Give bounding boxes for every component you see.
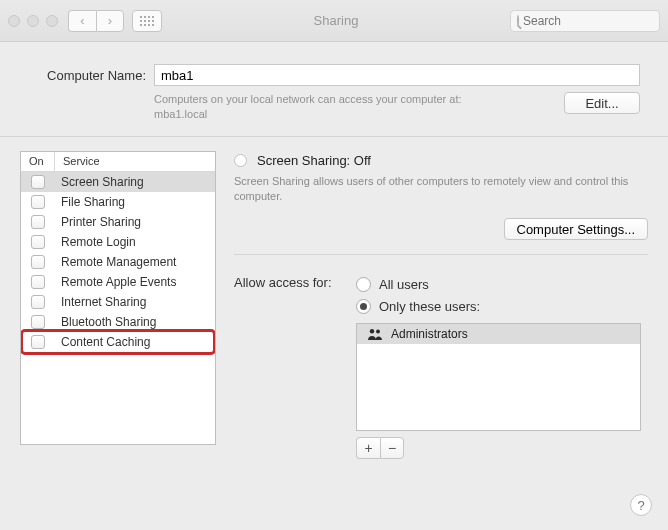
radio-icon [356,277,371,292]
service-label: Bluetooth Sharing [55,315,215,329]
search-field[interactable] [510,10,660,32]
service-label: Internet Sharing [55,295,215,309]
access-only-label: Only these users: [379,299,480,314]
access-only-users[interactable]: Only these users: [356,295,648,317]
add-user-button[interactable]: + [356,437,380,459]
computer-name-input[interactable] [154,64,640,86]
zoom-icon[interactable] [46,15,58,27]
help-button[interactable]: ? [630,494,652,516]
service-row[interactable]: Bluetooth Sharing [21,312,215,332]
access-label: Allow access for: [234,273,356,459]
service-label: Printer Sharing [55,215,215,229]
service-row[interactable]: Remote Apple Events [21,272,215,292]
access-all-label: All users [379,277,429,292]
service-label: File Sharing [55,195,215,209]
header-on[interactable]: On [21,152,55,171]
close-icon[interactable] [8,15,20,27]
users-icon [367,328,383,340]
search-icon [517,15,519,26]
service-row[interactable]: Content Caching [21,332,215,352]
service-label: Remote Apple Events [55,275,215,289]
service-label: Content Caching [55,335,215,349]
window-title: Sharing [162,13,510,28]
service-checkbox[interactable] [31,195,45,209]
search-input[interactable] [523,14,668,28]
edit-button[interactable]: Edit... [564,92,640,114]
service-row[interactable]: Internet Sharing [21,292,215,312]
radio-icon [356,299,371,314]
titlebar: ‹ › Sharing [0,0,668,42]
services-panel: On Service Screen SharingFile SharingPri… [20,151,216,445]
grid-icon [140,16,154,26]
service-checkbox[interactable] [31,175,45,189]
service-checkbox[interactable] [31,295,45,309]
status-indicator-icon [234,154,247,167]
service-description: Screen Sharing allows users of other com… [234,174,648,205]
service-checkbox[interactable] [31,335,45,349]
svg-point-1 [376,330,380,334]
service-checkbox[interactable] [31,255,45,269]
service-label: Remote Login [55,235,215,249]
svg-point-0 [370,329,374,333]
service-label: Screen Sharing [55,175,215,189]
access-all-users[interactable]: All users [356,273,648,295]
remove-user-button[interactable]: − [380,437,404,459]
service-row[interactable]: File Sharing [21,192,215,212]
service-checkbox[interactable] [31,315,45,329]
computer-name-section: Computer Name: Computers on your local n… [0,42,668,137]
service-row[interactable]: Remote Management [21,252,215,272]
traffic-lights [8,15,58,27]
service-checkbox[interactable] [31,215,45,229]
service-label: Remote Management [55,255,215,269]
minimize-icon[interactable] [27,15,39,27]
users-list[interactable]: Administrators [356,323,641,431]
header-service[interactable]: Service [55,152,215,171]
user-row[interactable]: Administrators [357,324,640,344]
service-row[interactable]: Printer Sharing [21,212,215,232]
detail-pane: Screen Sharing: Off Screen Sharing allow… [234,151,648,460]
nav-buttons: ‹ › [68,10,124,32]
service-checkbox[interactable] [31,275,45,289]
forward-button[interactable]: › [96,10,124,32]
show-all-button[interactable] [132,10,162,32]
back-button[interactable]: ‹ [68,10,96,32]
user-name: Administrators [391,327,468,341]
service-checkbox[interactable] [31,235,45,249]
service-row[interactable]: Remote Login [21,232,215,252]
services-list: Screen SharingFile SharingPrinter Sharin… [21,172,215,444]
computer-name-note: Computers on your local network can acce… [154,92,548,122]
services-header: On Service [21,152,215,172]
service-status: Screen Sharing: Off [257,153,371,168]
computer-settings-button[interactable]: Computer Settings... [504,218,649,240]
service-row[interactable]: Screen Sharing [21,172,215,192]
computer-name-label: Computer Name: [28,68,146,83]
